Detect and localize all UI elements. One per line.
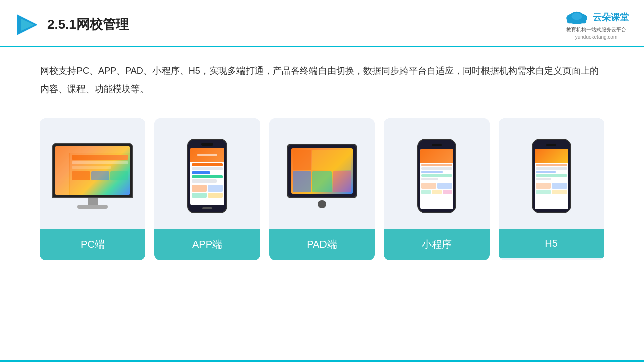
brand-name: 云朵课堂	[593, 11, 629, 23]
card-h5-label: H5	[499, 229, 604, 258]
phone-body-app	[187, 139, 227, 213]
phone-notch-app	[201, 143, 213, 146]
h5-phone-notch	[546, 144, 556, 146]
brand-area: 云朵课堂 教育机构一站式服务云平台 yunduoketang.com	[564, 9, 629, 40]
h5-phone-mockup	[532, 139, 571, 213]
header: 2.5.1网校管理 云朵课堂 教育机构一站式服务云平台 yunduoketang…	[0, 0, 644, 47]
tablet-body	[287, 144, 357, 198]
card-pc-label: PC端	[40, 229, 145, 260]
card-pad-label: PAD端	[269, 229, 375, 260]
monitor-screen-outer	[52, 143, 133, 198]
card-h5-image	[499, 118, 604, 229]
phone-home-btn	[202, 207, 212, 209]
cards-container: PC端	[0, 103, 644, 270]
card-h5: H5	[499, 118, 604, 260]
card-app: APP端	[154, 118, 260, 260]
description-paragraph: 网校支持PC、APP、PAD、小程序、H5，实现多端打通，产品各终端自由切换，数…	[40, 62, 604, 98]
brand-tagline: 教育机构一站式服务云平台	[566, 26, 626, 33]
phone-screen-app	[190, 148, 224, 205]
header-left: 2.5.1网校管理	[15, 13, 129, 37]
bottom-bar	[0, 360, 644, 362]
page-title: 2.5.1网校管理	[47, 16, 129, 33]
cloud-icon	[564, 9, 590, 25]
mini-phone-mockup	[417, 139, 456, 213]
card-mini: 小程序	[384, 118, 490, 260]
phone-mockup-app	[187, 139, 227, 213]
monitor-mockup	[52, 143, 133, 209]
monitor-base	[77, 205, 108, 209]
monitor-screen-inner	[55, 146, 130, 195]
h5-phone-body	[532, 139, 571, 213]
card-pad-image	[269, 118, 375, 229]
card-mini-image	[384, 118, 490, 229]
description-text: 网校支持PC、APP、PAD、小程序、H5，实现多端打通，产品各终端自由切换，数…	[0, 47, 644, 103]
mini-phone-screen	[420, 149, 453, 209]
mini-phone-body	[417, 139, 456, 213]
card-pad: PAD端	[269, 118, 375, 260]
brand-url: yunduoketang.com	[575, 34, 618, 40]
tablet-mockup	[287, 144, 357, 208]
card-mini-label: 小程序	[384, 229, 490, 260]
svg-point-8	[572, 13, 582, 20]
mini-phone-notch	[432, 144, 442, 146]
h5-phone-screen	[535, 149, 568, 209]
monitor-neck	[88, 198, 98, 205]
card-app-label: APP端	[154, 229, 260, 260]
card-pc-image	[40, 118, 145, 229]
brand-logo: 云朵课堂	[564, 9, 629, 25]
tablet-screen	[291, 148, 353, 194]
card-app-image	[154, 118, 260, 229]
card-pc: PC端	[40, 118, 145, 260]
play-logo-icon	[15, 13, 39, 37]
